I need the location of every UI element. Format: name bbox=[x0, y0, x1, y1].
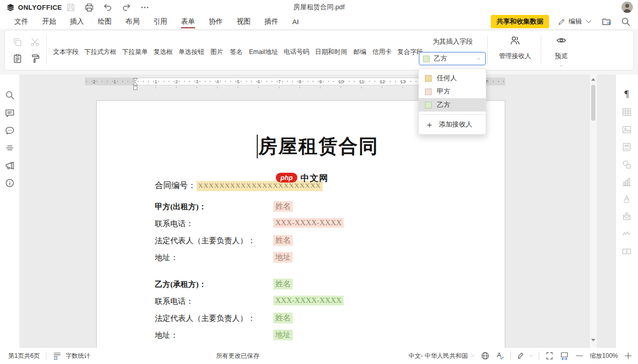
field-label: 乙方(承租方)： bbox=[155, 280, 206, 289]
tab-plugins[interactable]: 插件 bbox=[264, 15, 278, 28]
tab-ai[interactable]: AI bbox=[292, 16, 299, 28]
print-button[interactable] bbox=[84, 3, 94, 12]
onlyoffice-logo-icon bbox=[6, 3, 15, 12]
user-avatar[interactable] bbox=[622, 2, 633, 13]
tab-forms[interactable]: 表单 bbox=[181, 15, 195, 28]
comments-button[interactable] bbox=[5, 108, 15, 118]
tab-file[interactable]: 文件 bbox=[14, 15, 28, 28]
fit-page-button[interactable] bbox=[545, 351, 554, 360]
signature-button[interactable]: 签名 bbox=[227, 34, 246, 56]
image-button[interactable]: 图片 bbox=[207, 34, 226, 56]
tab-home[interactable]: 开始 bbox=[42, 15, 56, 28]
language-selector[interactable]: 中文- 中华人民共和国 bbox=[409, 352, 475, 360]
plus-icon: ＋ bbox=[425, 120, 434, 129]
datetime-button[interactable]: 日期和时间 bbox=[312, 34, 350, 56]
party-a-form-field[interactable]: 姓名 bbox=[273, 201, 293, 212]
radio-button-button[interactable]: 单选按钮 bbox=[176, 34, 207, 56]
email-label: Email地址 bbox=[249, 48, 278, 56]
party-b-row: 乙方(承租方)：姓名 bbox=[155, 280, 494, 297]
menu-right-actions: 共享和收集数据 编辑 bbox=[491, 14, 631, 29]
search-button[interactable] bbox=[5, 90, 15, 100]
document-page[interactable]: 房屋租赁合同 php 中文网 合同编号： XXXXXXXXXXXXXXXXXXX… bbox=[96, 100, 505, 348]
chat-button[interactable] bbox=[5, 125, 15, 136]
recipient-option-party-a[interactable]: 甲方 bbox=[419, 85, 486, 98]
app-logo-text: ONLYOFFICE bbox=[18, 4, 62, 11]
scroll-down-button[interactable] bbox=[590, 336, 596, 343]
share-collect-data-button[interactable]: 共享和收集数据 bbox=[491, 15, 549, 28]
chevron-up-icon bbox=[476, 57, 481, 61]
checkbox-button[interactable]: 复选框 bbox=[151, 34, 176, 56]
undo-button[interactable] bbox=[103, 3, 113, 12]
zoom-in-button[interactable] bbox=[624, 351, 633, 360]
party-a-form-field[interactable]: 地址 bbox=[273, 252, 293, 263]
left-indent-marker[interactable] bbox=[133, 86, 137, 90]
tab-references[interactable]: 引用 bbox=[153, 15, 167, 28]
search-button[interactable] bbox=[621, 16, 631, 27]
status-bar: 第1页共6页 12 字数统计 所有更改已保存 中文- 中华人民共和国 缩放100… bbox=[0, 347, 638, 364]
app-logo: ONLYOFFICE bbox=[6, 0, 62, 14]
checkbox-label: 复选框 bbox=[154, 48, 173, 56]
phone-button[interactable]: 电话号码 bbox=[281, 34, 312, 56]
party-b-form-field[interactable]: 地址 bbox=[273, 330, 293, 340]
status-separator bbox=[510, 352, 511, 360]
document-heading: 房屋租赁合同 bbox=[258, 134, 379, 159]
svg-text:12: 12 bbox=[54, 357, 58, 360]
tab-collaboration[interactable]: 协作 bbox=[209, 15, 223, 28]
field-label: 甲方(出租方)： bbox=[155, 202, 206, 212]
credit-card-button[interactable]: 信用卡 bbox=[370, 34, 395, 56]
track-changes-button[interactable] bbox=[517, 351, 533, 360]
zip-button[interactable]: 邮编 bbox=[350, 34, 369, 56]
party-b-form-field[interactable]: 姓名 bbox=[273, 279, 293, 289]
shape-settings-icon bbox=[622, 159, 632, 170]
document-title: 房屋租赁合同.pdf bbox=[154, 0, 484, 14]
recipient-select[interactable]: 乙方 bbox=[419, 52, 486, 65]
datetime-label: 日期和时间 bbox=[315, 48, 347, 56]
scrollbar-thumb[interactable] bbox=[591, 85, 595, 121]
ruler-number: 13 bbox=[400, 79, 405, 85]
wordcount-icon: 12 bbox=[52, 351, 62, 360]
word-count-button[interactable]: 12 字数统计 bbox=[52, 351, 90, 360]
tab-insert[interactable]: 插入 bbox=[70, 15, 84, 28]
scroll-up-icon bbox=[591, 78, 595, 81]
paste-button[interactable] bbox=[12, 53, 23, 64]
manage-recipients-button[interactable]: 管理接收人 bbox=[491, 35, 539, 61]
mailmerge-icon bbox=[622, 211, 632, 222]
save-button bbox=[66, 3, 76, 12]
ruler-number: 2 bbox=[93, 79, 95, 85]
tab-layout[interactable]: 布局 bbox=[126, 15, 139, 28]
field-label: 地址： bbox=[155, 253, 178, 263]
email-button[interactable]: Email地址 bbox=[246, 34, 280, 56]
ruler-number: 6 bbox=[257, 79, 260, 85]
page-indicator: 第1页共6页 bbox=[8, 352, 40, 360]
tab-draw[interactable]: 绘图 bbox=[98, 15, 112, 28]
more-actions-button[interactable] bbox=[140, 3, 150, 12]
feedback-button[interactable] bbox=[5, 160, 15, 171]
recipient-selected-label: 乙方 bbox=[434, 54, 476, 63]
format-painter-button[interactable] bbox=[30, 53, 40, 64]
paragraph-settings-icon[interactable]: ¶ bbox=[622, 89, 632, 99]
edit-mode-button[interactable]: 编辑 bbox=[558, 17, 593, 26]
tab-view[interactable]: 视图 bbox=[237, 15, 251, 28]
add-recipient-button[interactable]: ＋ 添加接收人 bbox=[419, 117, 486, 132]
party-b-form-field[interactable]: 姓名 bbox=[273, 313, 293, 323]
set-language-button[interactable] bbox=[481, 351, 490, 360]
recipient-option-party-b[interactable]: 乙方 bbox=[419, 98, 486, 112]
scroll-up-button[interactable] bbox=[590, 76, 596, 83]
dropdown-list-button[interactable]: 下拉菜单 bbox=[120, 34, 151, 56]
zoom-out-button[interactable] bbox=[575, 351, 584, 360]
redo-button[interactable] bbox=[121, 3, 131, 12]
spellcheck-button[interactable] bbox=[495, 351, 505, 360]
party-a-form-field[interactable]: XXX-XXXX-XXXX bbox=[273, 218, 344, 228]
preview-button[interactable]: 预览 bbox=[546, 35, 577, 70]
open-file-location-button[interactable] bbox=[601, 16, 612, 27]
party-a-form-field[interactable]: 姓名 bbox=[273, 235, 293, 246]
navigation-button[interactable] bbox=[5, 143, 15, 153]
text-field-button[interactable]: 文本字段 bbox=[50, 34, 81, 63]
recipient-option-anyone[interactable]: 任何人 bbox=[419, 71, 486, 85]
about-button[interactable] bbox=[5, 178, 15, 188]
party-b-form-field[interactable]: XXX-XXXX-XXXX bbox=[273, 296, 344, 305]
edit-mode-label: 编辑 bbox=[569, 17, 582, 26]
track-changes-icon bbox=[517, 351, 526, 360]
combo-box-button[interactable]: 下拉式方框 bbox=[82, 34, 119, 56]
fit-width-button[interactable] bbox=[560, 351, 569, 360]
